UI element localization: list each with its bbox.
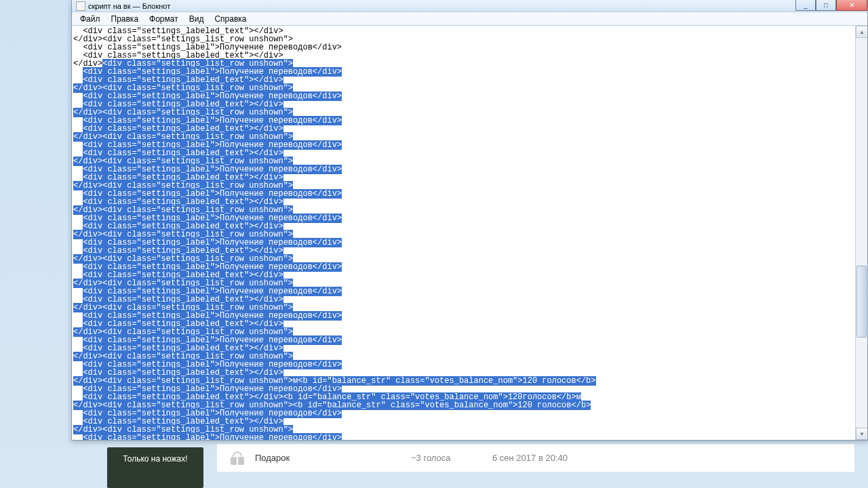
window-title: скрипт на вк — Блокнот — [88, 2, 170, 10]
scroll-thumb[interactable] — [856, 266, 867, 338]
gift-date: 6 сен 2017 в 20:40 — [492, 453, 568, 463]
scroll-up-arrow-icon[interactable]: ▲ — [856, 26, 867, 38]
menu-format[interactable]: Формат — [144, 13, 184, 25]
notepad-icon — [76, 1, 85, 11]
gift-name: Подарок — [255, 453, 411, 463]
titlebar[interactable]: скрипт на вк — Блокнот _ □ ✕ — [72, 0, 867, 12]
gift-list-row[interactable]: Подарок −3 голоса 6 сен 2017 в 20:40 — [217, 444, 854, 472]
maximize-button[interactable]: □ — [816, 0, 836, 11]
menu-view[interactable]: Вид — [184, 13, 210, 25]
code-line: <div class="settings_label">Получение пе… — [73, 434, 855, 440]
gift-icon — [231, 451, 244, 465]
menubar: Файл Правка Формат Вид Справка — [72, 12, 867, 26]
menu-edit[interactable]: Правка — [106, 13, 144, 25]
text-editor[interactable]: <div class="settings_labeled_text"></div… — [72, 26, 855, 440]
minimize-button[interactable]: _ — [795, 0, 816, 11]
vertical-scrollbar[interactable]: ▲ ▼ — [855, 26, 867, 440]
client-area: <div class="settings_labeled_text"></div… — [72, 26, 867, 440]
promo-banner-text: Только на ножах! — [107, 454, 203, 464]
gift-cost: −3 голоса — [411, 453, 492, 463]
close-button[interactable]: ✕ — [836, 0, 867, 11]
scroll-down-arrow-icon[interactable]: ▼ — [856, 428, 867, 440]
menu-help[interactable]: Справка — [209, 13, 252, 25]
menu-file[interactable]: Файл — [75, 13, 106, 25]
notepad-window: скрипт на вк — Блокнот _ □ ✕ Файл Правка… — [71, 0, 868, 441]
background-promo-card: Только на ножах! — [107, 447, 203, 488]
